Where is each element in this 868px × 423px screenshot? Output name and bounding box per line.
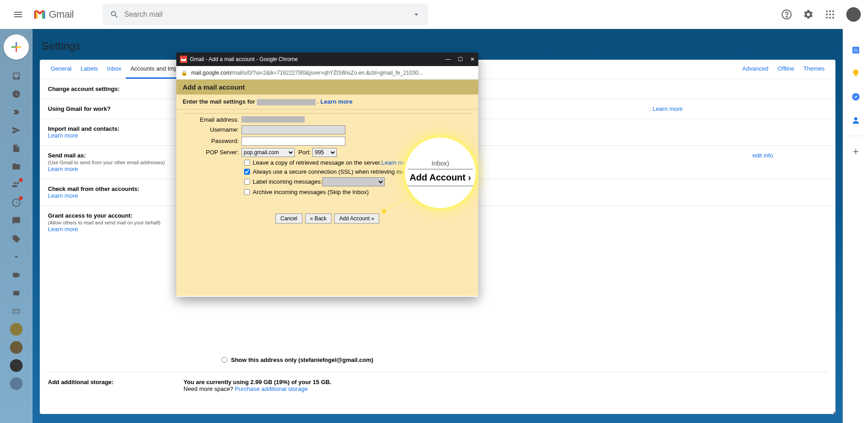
purchase-storage-link[interactable]: Purchase additional storage [235, 385, 307, 392]
magnifier-callout: Inbox) Add Account › [405, 138, 476, 208]
tab-labels[interactable]: Labels [76, 60, 102, 79]
import-learn-more[interactable]: Learn more [48, 132, 78, 139]
grant-access-learn-more[interactable]: Learn more [48, 226, 78, 233]
updates-icon[interactable] [5, 195, 27, 210]
dialog-subheader-prefix: Enter the mail settings for [183, 98, 257, 105]
support-icon[interactable] [778, 5, 796, 24]
magnifier-main-text: Add Account › [408, 169, 473, 186]
tab-advanced[interactable]: Advanced [738, 60, 773, 79]
gmail-logo[interactable]: Gmail [33, 7, 74, 22]
back-button[interactable]: « Back [305, 214, 332, 223]
search-options-icon[interactable] [412, 10, 421, 19]
label-incoming-select[interactable] [322, 177, 385, 186]
main-menu-icon[interactable] [7, 4, 29, 25]
password-input[interactable] [241, 137, 345, 146]
tab-themes[interactable]: Themes [799, 60, 829, 79]
dialog-window-title: Gmail - Add a mail account - Google Chro… [190, 56, 298, 62]
right-side-panel: 31 [843, 29, 868, 423]
inbox-icon[interactable] [5, 69, 27, 83]
storage-label: Add additional storage: [48, 379, 113, 385]
hangouts-contact-3[interactable] [10, 359, 23, 372]
more-icon[interactable] [5, 250, 27, 264]
svg-point-2 [826, 10, 828, 12]
svg-rect-21 [180, 56, 187, 63]
maximize-icon[interactable]: ☐ [458, 56, 463, 62]
show-address-label: Show this address only (stefaniefogel@gm… [231, 356, 373, 363]
minimize-icon[interactable]: — [445, 56, 451, 62]
drafts-icon[interactable] [5, 141, 27, 156]
email-label: Email address: [183, 116, 241, 123]
show-address-radio[interactable] [222, 357, 227, 363]
port-select[interactable]: 995 [312, 148, 337, 157]
storage-line2a: Need more space? [184, 385, 235, 392]
compose-button[interactable] [4, 34, 29, 60]
dialog-subheader-suffix: . [317, 98, 321, 105]
callout-dot [382, 209, 386, 214]
check-mail-learn-more[interactable]: Learn more [48, 192, 78, 199]
tab-general[interactable]: General [46, 60, 76, 79]
pop-server-select[interactable]: pop.gmail.com [241, 148, 295, 157]
settings-gear-icon[interactable] [799, 5, 817, 24]
addons-plus-icon[interactable] [847, 143, 865, 161]
using-work-learn-more[interactable]: Learn more [653, 105, 683, 112]
contacts-app-icon[interactable] [847, 111, 865, 129]
search-bar[interactable] [103, 4, 428, 25]
snoozed-icon[interactable] [5, 87, 27, 101]
meet-icon[interactable] [5, 268, 27, 282]
calendar-app-icon[interactable]: 31 [847, 41, 865, 59]
tab-offline[interactable]: Offline [773, 60, 799, 79]
sent-icon[interactable] [5, 123, 27, 138]
page-title: Settings [42, 40, 835, 52]
keep-app-icon[interactable] [847, 64, 865, 82]
promotions-icon[interactable] [5, 232, 27, 246]
leave-copy-checkbox[interactable] [244, 160, 250, 166]
cancel-button[interactable]: Cancel [275, 214, 302, 223]
svg-rect-14 [14, 310, 15, 311]
dialog-url-path: /mail/u/0/?ui=2&ik=71822275f0&jsver=qhYZ… [231, 70, 423, 76]
label-incoming-checkbox[interactable] [244, 179, 250, 185]
send-as-learn-more[interactable]: Learn more [48, 166, 78, 172]
svg-point-8 [826, 17, 828, 19]
hangouts-contact-1[interactable] [10, 323, 23, 336]
ssl-checkbox[interactable] [244, 169, 250, 175]
svg-text:31: 31 [854, 48, 858, 52]
gmail-logo-text: Gmail [49, 9, 74, 20]
important-icon[interactable] [5, 105, 27, 119]
archive-label: Archive incoming messages (Skip the Inbo… [253, 189, 369, 195]
add-account-button[interactable]: Add Account » [334, 214, 379, 223]
tasks-app-icon[interactable] [847, 88, 865, 106]
categories-icon[interactable] [5, 159, 27, 174]
pop-server-label: POP Server: [183, 149, 241, 156]
close-icon[interactable]: ✕ [470, 56, 475, 62]
keyboard-icon[interactable] [5, 304, 27, 318]
svg-point-10 [832, 17, 834, 19]
svg-point-7 [832, 14, 834, 15]
forums-icon[interactable] [5, 214, 27, 228]
send-as-sub: (Use Gmail to send from your other email… [48, 160, 165, 165]
hangouts-icon[interactable] [5, 286, 27, 300]
search-input[interactable] [124, 10, 412, 19]
change-account-label: Change account settings: [48, 86, 120, 92]
apps-grid-icon[interactable] [821, 5, 839, 24]
grant-access-label: Grant access to your account: [48, 212, 132, 219]
svg-rect-15 [15, 310, 16, 311]
account-avatar[interactable] [846, 7, 861, 22]
dialog-subheader-learn-more[interactable]: Learn more [321, 98, 353, 105]
dialog-url-host: mail.google.com [191, 70, 231, 76]
svg-point-5 [826, 14, 828, 15]
edit-info-link[interactable]: edit info [752, 152, 827, 172]
magnifier-top-text: Inbox) [432, 160, 449, 167]
tab-inbox[interactable]: Inbox [103, 60, 126, 79]
username-input[interactable] [241, 125, 345, 134]
hangouts-contact-4[interactable] [10, 377, 23, 390]
hangouts-contact-2[interactable] [10, 341, 23, 354]
svg-point-1 [786, 16, 787, 17]
port-label: Port: [298, 149, 311, 156]
svg-point-20 [854, 117, 857, 120]
archive-checkbox[interactable] [244, 189, 250, 195]
label-incoming-label: Label incoming messages: [253, 178, 322, 185]
storage-line1: You are currently using 2.99 GB (19%) of… [184, 379, 331, 385]
expand-panel-icon[interactable] [830, 409, 839, 418]
import-label: Import mail and contacts: [48, 125, 119, 132]
social-icon[interactable] [5, 177, 27, 192]
